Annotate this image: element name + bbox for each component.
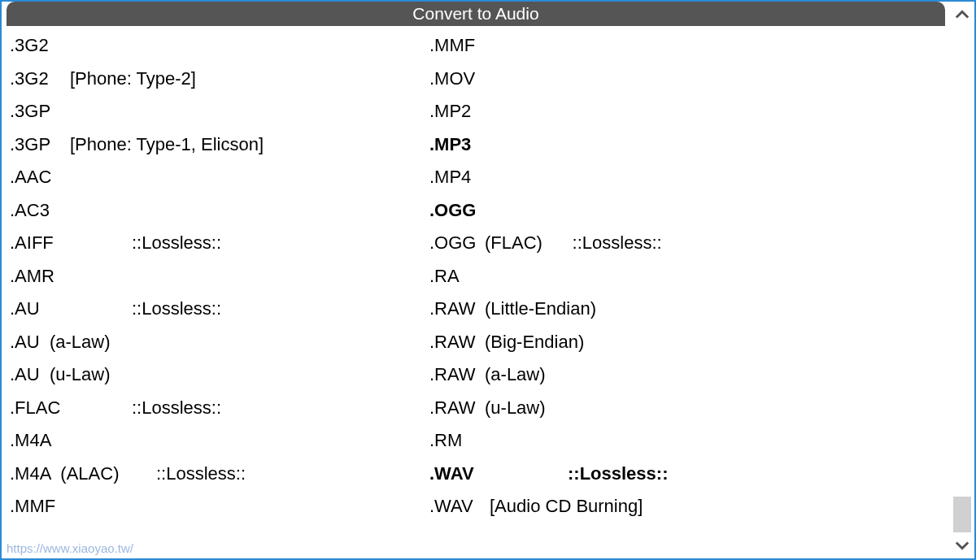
format-ext: .WAV: [429, 496, 490, 517]
format-option[interactable]: .RAW(u-Law): [429, 392, 950, 425]
format-option[interactable]: .RA: [429, 260, 950, 293]
format-suffix: (a-Law): [485, 364, 546, 385]
format-ext: .RAW: [429, 397, 485, 419]
format-ext: .FLAC: [10, 397, 132, 419]
format-option[interactable]: .MP3: [429, 128, 950, 162]
format-suffix: ::Lossless::: [132, 232, 221, 254]
format-option[interactable]: .AU::Lossless::: [10, 293, 425, 326]
format-ext: .AAC: [10, 167, 51, 188]
format-ext: .M4A (ALAC): [10, 463, 156, 484]
format-suffix: (Big-Endian): [485, 332, 584, 353]
format-list: .3G2.3G2[Phone: Type-2].3GP.3GP[Phone: T…: [2, 26, 950, 558]
format-option[interactable]: .FLAC::Lossless::: [10, 392, 425, 425]
format-column-left: .3G2.3G2[Phone: Type-2].3GP.3GP[Phone: T…: [2, 29, 425, 558]
scroll-up-button[interactable]: [951, 3, 974, 26]
format-ext: .MP3: [429, 134, 471, 155]
format-ext: .AU (u-Law): [10, 364, 110, 385]
format-ext: .OGG: [429, 200, 476, 221]
format-option[interactable]: .RAW(Little-Endian): [429, 293, 950, 326]
format-ext: .AU (a-Law): [10, 332, 110, 353]
format-option[interactable]: .3GP: [10, 95, 425, 128]
format-ext: .MMF: [10, 496, 55, 517]
format-suffix: [Audio CD Burning]: [490, 496, 643, 517]
format-option[interactable]: .RAW(Big-Endian): [429, 326, 950, 359]
format-ext: .RA: [429, 266, 460, 287]
format-option[interactable]: .MOV: [429, 63, 950, 96]
format-ext: .AU: [10, 298, 132, 319]
format-option[interactable]: .OGG(FLAC) ::Lossless::: [429, 227, 950, 260]
format-ext: .AIFF: [10, 232, 132, 254]
format-ext: .AC3: [10, 200, 50, 221]
format-option[interactable]: .MMF: [429, 29, 950, 63]
format-option[interactable]: .3G2[Phone: Type-2]: [10, 63, 425, 96]
format-ext: .AMR: [10, 266, 54, 287]
format-ext: .3G2: [10, 68, 70, 89]
format-suffix: (FLAC) ::Lossless::: [485, 232, 662, 254]
format-ext: .3G2: [10, 35, 49, 56]
format-ext: .M4A: [10, 430, 51, 451]
format-suffix: ::Lossless::: [132, 397, 221, 419]
format-option[interactable]: .M4A: [10, 424, 425, 458]
format-option[interactable]: .AAC: [10, 161, 425, 194]
format-option[interactable]: .RAW(a-Law): [429, 358, 950, 392]
format-suffix: ::Lossless::: [568, 463, 668, 484]
format-ext: .MOV: [429, 68, 475, 89]
format-ext: .OGG: [429, 232, 485, 254]
format-option[interactable]: .MP2: [429, 95, 950, 128]
format-ext: .3GP: [10, 101, 50, 122]
format-option[interactable]: .WAV::Lossless::: [429, 458, 950, 491]
format-option[interactable]: .MMF: [10, 490, 425, 523]
scroll-down-button[interactable]: [951, 534, 974, 557]
panel-header: Convert to Audio: [7, 2, 945, 26]
format-option[interactable]: .MP4: [429, 161, 950, 194]
format-suffix: [Phone: Type-1, Elicson]: [70, 134, 264, 155]
format-option[interactable]: .AU (a-Law): [10, 326, 425, 359]
vertical-scrollbar[interactable]: [950, 2, 974, 558]
format-column-right: .MMF.MOV.MP2.MP3.MP4.OGG.OGG(FLAC) ::Los…: [425, 29, 950, 558]
scroll-track[interactable]: [951, 26, 974, 534]
format-ext: .RAW: [429, 364, 485, 385]
format-option[interactable]: .AIFF::Lossless::: [10, 227, 425, 260]
content-area: Convert to Audio .3G2.3G2[Phone: Type-2]…: [2, 2, 950, 558]
format-suffix: (Little-Endian): [485, 298, 596, 319]
chevron-up-icon: [955, 7, 969, 22]
format-ext: .MMF: [429, 35, 475, 56]
scroll-thumb[interactable]: [953, 497, 971, 532]
format-option[interactable]: .OGG: [429, 194, 950, 228]
format-option[interactable]: .3GP[Phone: Type-1, Elicson]: [10, 128, 425, 162]
format-ext: .MP2: [429, 101, 471, 122]
format-option[interactable]: .AC3: [10, 194, 425, 228]
chevron-down-icon: [955, 538, 969, 553]
format-suffix: ::Lossless::: [132, 298, 221, 319]
format-suffix: (u-Law): [485, 397, 546, 419]
format-ext: .RM: [429, 430, 462, 451]
format-ext: .WAV: [429, 463, 568, 484]
format-ext: .MP4: [429, 167, 471, 188]
format-ext: .3GP: [10, 134, 70, 155]
format-option[interactable]: .M4A (ALAC)::Lossless::: [10, 458, 425, 491]
format-option[interactable]: .AU (u-Law): [10, 358, 425, 392]
convert-to-audio-panel: Convert to Audio .3G2.3G2[Phone: Type-2]…: [0, 0, 976, 560]
format-option[interactable]: .WAV[Audio CD Burning]: [429, 490, 950, 523]
format-suffix: ::Lossless::: [156, 463, 246, 484]
format-option[interactable]: .3G2: [10, 29, 425, 63]
format-ext: .RAW: [429, 332, 485, 353]
format-suffix: [Phone: Type-2]: [70, 68, 196, 89]
format-option[interactable]: .RM: [429, 424, 950, 458]
format-ext: .RAW: [429, 298, 485, 319]
format-option[interactable]: .AMR: [10, 260, 425, 293]
